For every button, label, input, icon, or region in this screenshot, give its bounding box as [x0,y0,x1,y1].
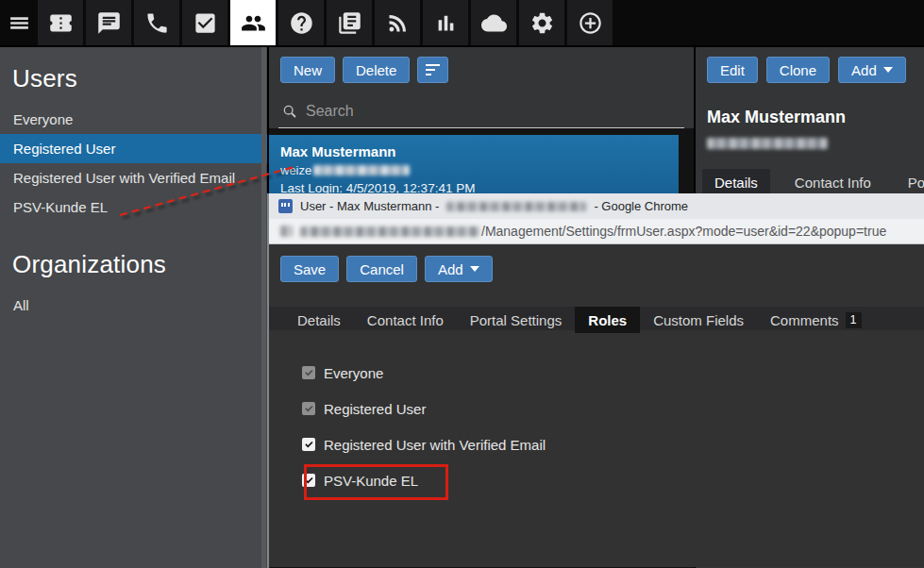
popup-title-prefix: User - Max Mustermann - [300,199,439,213]
comments-count-badge: 1 [846,312,862,328]
people-icon[interactable] [230,0,276,45]
role-label: Registered User [324,401,426,417]
role-label: Registered User with Verified Email [324,437,546,453]
checkbox-checked-icon[interactable] [302,474,315,487]
clone-button[interactable]: Clone [766,57,830,83]
tab-comments[interactable]: Comments 1 [757,307,874,330]
role-row-everyone: Everyone [269,355,924,391]
users-heading: Users [12,64,267,93]
stats-icon[interactable] [423,0,468,45]
tab-roles[interactable]: Roles [575,307,640,333]
cancel-button[interactable]: Cancel [346,256,417,282]
popup-title-redacted [446,202,586,211]
sort-icon [426,61,440,78]
organizations-heading: Organizations [12,250,267,279]
user-list-item-max-mustermann[interactable]: Max Mustermann weize Last Login: 4/5/201… [269,135,679,201]
tab-contact-info[interactable]: Contact Info [354,307,457,330]
chevron-down-icon [470,266,479,272]
popup-urlbar: /Management/Settings/frmUser.aspx?mode=u… [269,219,924,244]
checkbox-checked-icon[interactable] [302,438,315,451]
site-security-icon-redacted [280,226,293,237]
add-new-icon[interactable] [567,0,613,45]
roles-checkbox-list: Everyone Registered User Registered User… [269,355,924,498]
popup-tabs: Details Contact Info Portal Settings Rol… [269,307,924,330]
add-button[interactable]: Add [838,57,906,83]
detail-user-email [707,136,913,153]
user-email-visible-part: weize [280,161,311,179]
search-icon [282,104,297,119]
detail-user-name: Max Mustermann [707,108,913,127]
tab-custom-fields[interactable]: Custom Fields [640,307,757,330]
user-name: Max Mustermann [280,142,667,161]
sidebar-item-registered-user[interactable]: Registered User [0,134,267,163]
user-edit-popup-window: User - Max Mustermann - - Google Chrome … [267,193,924,568]
search-bar [278,94,684,128]
sidebar-item-everyone[interactable]: Everyone [0,105,267,134]
help-icon[interactable] [278,0,324,45]
checkbox-checked-icon [302,402,315,415]
sidebar-item-all-organizations[interactable]: All [0,291,267,320]
new-button[interactable]: New [280,57,335,83]
popup-add-button[interactable]: Add [425,256,493,282]
cloud-icon[interactable] [471,0,516,45]
tab-portal-settings[interactable]: Portal Settings [457,307,576,330]
url-path: /Management/Settings/frmUser.aspx?mode=u… [481,224,886,239]
delete-button[interactable]: Delete [343,57,410,83]
site-favicon [278,199,293,213]
tab-details[interactable]: Details [284,307,354,330]
user-email-redacted [313,165,410,175]
settings-icon[interactable] [519,0,564,45]
edit-button[interactable]: Edit [707,57,758,83]
add-button-label: Add [851,62,877,78]
user-email: weize [280,161,667,179]
detail-toolbar: Edit Clone Add [707,57,913,83]
ticket-icon[interactable] [38,0,83,45]
role-label: Everyone [324,365,383,381]
tab-comments-label: Comments [770,312,839,328]
chat-icon[interactable] [86,0,131,45]
tasks-icon[interactable] [182,0,227,45]
checkbox-checked-icon [302,366,315,379]
menu-icon[interactable] [0,0,38,45]
popup-title-suffix: - Google Chrome [594,199,688,213]
app-toolbar [0,0,924,45]
sort-button[interactable] [417,57,448,83]
role-row-psv-kunde-el[interactable]: PSV-Kunde EL [269,462,924,498]
save-button[interactable]: Save [280,256,339,282]
user-list-toolbar: New Delete [269,47,694,92]
popup-toolbar: Save Cancel Add [269,244,924,282]
url-domain-redacted [300,226,479,237]
chevron-down-icon [883,67,893,73]
rss-icon[interactable] [375,0,420,45]
popup-titlebar[interactable]: User - Max Mustermann - - Google Chrome [269,193,924,219]
sidebar-scrollbar[interactable] [261,47,266,568]
phone-icon[interactable] [134,0,179,45]
popup-body: Save Cancel Add Details Contact Info Por… [269,244,924,567]
sidebar-item-psv-kunde-el[interactable]: PSV-Kunde EL [0,192,267,222]
sidebar-item-registered-user-verified[interactable]: Registered User with Verified Email [0,163,267,192]
detail-email-redacted [707,138,828,149]
roles-sidebar: Users Everyone Registered User Registere… [0,45,267,568]
popup-add-button-label: Add [438,261,463,277]
news-icon[interactable] [327,0,372,45]
search-input[interactable] [306,103,680,120]
role-row-registered-user-verified[interactable]: Registered User with Verified Email [269,426,924,462]
role-label: PSV-Kunde EL [324,473,418,489]
role-row-registered-user: Registered User [269,391,924,426]
